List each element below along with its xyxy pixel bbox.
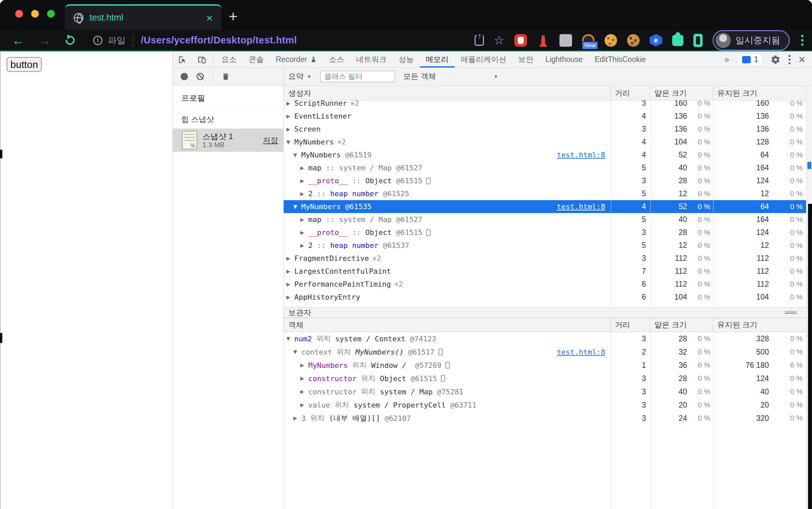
devtools-menu-icon[interactable] [784, 55, 794, 64]
constructor-row[interactable]: ▶__proto__ :: Object @615153280 %1240 % [284, 174, 806, 187]
site-info-icon[interactable]: i [93, 36, 102, 45]
collapse-arrow-icon[interactable]: ▶ [300, 375, 308, 381]
retainer-row[interactable]: ▶MyNumbers 위치 Window / @572691360 %76 18… [284, 359, 806, 372]
column-constructor[interactable]: 생성자 [284, 88, 610, 98]
cookie-extension-icon[interactable] [605, 34, 617, 47]
collapse-arrow-icon[interactable]: ▶ [286, 100, 294, 106]
collapse-arrow-icon[interactable]: ▶ [286, 256, 294, 262]
perspective-select[interactable]: 요약 ▼ [289, 68, 311, 85]
source-link[interactable]: test.html:8 [557, 151, 610, 159]
collapse-arrow-icon[interactable]: ▶ [286, 294, 294, 300]
device-toolbar-icon[interactable] [192, 55, 211, 65]
collapse-arrow-icon[interactable]: ▶ [300, 402, 308, 408]
new-tab-button[interactable]: + [229, 9, 238, 24]
zoom-window-button[interactable] [47, 10, 55, 18]
browser-tab[interactable]: test.html × [65, 4, 222, 30]
collapse-arrow-icon[interactable]: ▶ [300, 243, 308, 248]
collapse-arrow-icon[interactable]: ▶ [300, 362, 308, 368]
column-shallow-size[interactable]: 얕은 크기 [650, 318, 713, 332]
clear-icon[interactable] [197, 73, 204, 80]
constructor-row[interactable]: ▼MyNumbers×241040 %1280 % [284, 136, 806, 148]
expand-arrow-icon[interactable]: ▼ [293, 349, 301, 355]
address-bar[interactable]: /Users/yceffort/Desktop/test.html [141, 35, 297, 46]
constructor-row[interactable]: ▶2 :: heap number @615255120 %120 % [284, 187, 806, 200]
retainer-row[interactable]: ▼num2 위치 system / Context @741233280 %32… [284, 332, 806, 345]
constructor-row[interactable]: ▶map :: system / Map @615275400 %1640 % [284, 213, 806, 226]
constructor-row[interactable]: ▼MyNumbers @61535test.html:84520 %640 % [284, 200, 806, 213]
tab-Lighthouse[interactable]: Lighthouse [540, 52, 589, 68]
retainer-row[interactable]: ▶constructor 위치 Object @615153280 %1240 … [284, 372, 806, 385]
inspect-element-icon[interactable] [173, 55, 192, 65]
more-tabs-chevron[interactable]: » [720, 54, 734, 65]
column-distance[interactable]: 거리 [610, 87, 650, 100]
collapse-arrow-icon[interactable]: ▶ [286, 268, 294, 274]
constructor-row[interactable]: ▶ScriptRunner×231600 %1600 % [284, 100, 806, 110]
collapse-arrow-icon[interactable]: ▶ [286, 281, 294, 287]
constructor-row[interactable]: ▶Screen31360 %1360 % [284, 123, 806, 136]
class-filter-input[interactable] [320, 71, 395, 82]
expand-arrow-icon[interactable]: ▼ [293, 204, 301, 210]
reload-button[interactable] [64, 34, 76, 46]
column-retained-size[interactable]: 유지된 크기 [713, 87, 806, 100]
column-shallow-size[interactable]: 얕은 크기 [650, 87, 713, 100]
collapse-arrow-icon[interactable]: ▶ [293, 415, 301, 421]
retainer-row[interactable]: ▶value 위치 system / PropertyCell @6371132… [284, 398, 806, 412]
settings-gear-icon[interactable] [767, 55, 784, 65]
collapse-arrow-icon[interactable]: ▶ [300, 165, 308, 171]
tab-EditThisCookie[interactable]: EditThisCookie [588, 52, 652, 68]
tab-성능[interactable]: 성능 [393, 52, 420, 68]
minimize-window-button[interactable] [31, 10, 39, 18]
constructor-row[interactable]: ▶__proto__ :: Object @615153280 %1240 % [284, 226, 806, 239]
collapse-arrow-icon[interactable]: ▶ [300, 217, 308, 223]
constructor-row[interactable]: ▶LargestContentfulPaint71120 %1120 % [284, 265, 806, 278]
delete-profile-icon[interactable] [222, 72, 230, 81]
devtools-close-icon[interactable]: × [794, 53, 812, 67]
tab-Recorder[interactable]: Recorder [270, 52, 323, 68]
issues-button[interactable]: 1 [737, 53, 763, 66]
back-button[interactable]: ← [12, 34, 25, 47]
extension-icon-new[interactable]: New [582, 34, 595, 47]
cookie-editor-extension-icon[interactable] [627, 34, 640, 47]
collapse-arrow-icon[interactable]: ▶ [286, 113, 294, 119]
extensions-puzzle-icon[interactable] [672, 35, 683, 46]
tab-애플리케이션[interactable]: 애플리케이션 [455, 52, 512, 68]
column-distance[interactable]: 거리 [610, 318, 650, 332]
constructor-row[interactable]: ▶2 :: heap number @615375120 %120 % [284, 239, 806, 252]
record-icon[interactable] [181, 73, 188, 80]
constructor-row[interactable]: ▼MyNumbers @61519test.html:84520 %640 % [284, 148, 806, 161]
tab-메모리[interactable]: 메모리 [420, 52, 455, 68]
collapse-arrow-icon[interactable]: ▶ [300, 389, 308, 395]
sidebar-extension-icon[interactable] [693, 34, 703, 47]
drag-handle-icon[interactable] [785, 311, 797, 314]
column-object[interactable]: 객체 [284, 320, 610, 330]
source-link[interactable]: test.html:8 [557, 348, 610, 356]
constructor-row[interactable]: ▶FragmentDirective×231120 %1120 % [284, 252, 806, 265]
retainers-splitter[interactable]: 보관자 [284, 307, 806, 318]
editthiscookie-extension-icon[interactable]: e [650, 34, 662, 47]
constructor-row[interactable]: ▶map :: system / Map @615275400 %1640 % [284, 161, 806, 174]
tab-네트워크[interactable]: 네트워크 [350, 52, 393, 68]
constructor-row[interactable]: ▶EventListener41360 %1360 % [284, 110, 806, 123]
column-retained-size[interactable]: 유지된 크기 [713, 318, 806, 332]
adblock-extension-icon[interactable] [514, 34, 527, 47]
forward-button[interactable]: → [38, 34, 51, 47]
expand-arrow-icon[interactable]: ▼ [293, 152, 301, 158]
tab-콘솔[interactable]: 콘솔 [243, 52, 270, 68]
browser-menu-icon[interactable] [800, 33, 805, 47]
retainer-row[interactable]: ▶constructor 위치 system / Map @752813400 … [284, 385, 806, 398]
collapse-arrow-icon[interactable]: ▶ [300, 230, 308, 236]
close-window-button[interactable] [15, 10, 23, 18]
profile-chip[interactable]: 일시중지됨 [713, 30, 790, 51]
retainer-row[interactable]: ▶3 위치 (내부 배열)[] @621073240 %3200 % [284, 412, 806, 425]
snapshot-item[interactable]: 스냅샷 1 1.3 MB 저장 [173, 129, 283, 152]
collapse-arrow-icon[interactable]: ▶ [300, 191, 308, 197]
lighthouse-extension-icon[interactable] [537, 34, 549, 47]
source-link[interactable]: test.html:8 [557, 202, 610, 211]
tab-close-icon[interactable]: × [206, 13, 213, 23]
retainer-row[interactable]: ▼context 위치 MyNumbers() @61517test.html:… [284, 345, 806, 359]
tab-소스[interactable]: 소스 [323, 52, 350, 68]
objects-filter-select[interactable]: 모든 객체 ▼ [403, 68, 498, 85]
share-icon[interactable] [475, 35, 484, 46]
save-snapshot-link[interactable]: 저장 [263, 135, 278, 145]
collapse-arrow-icon[interactable]: ▶ [286, 126, 294, 132]
